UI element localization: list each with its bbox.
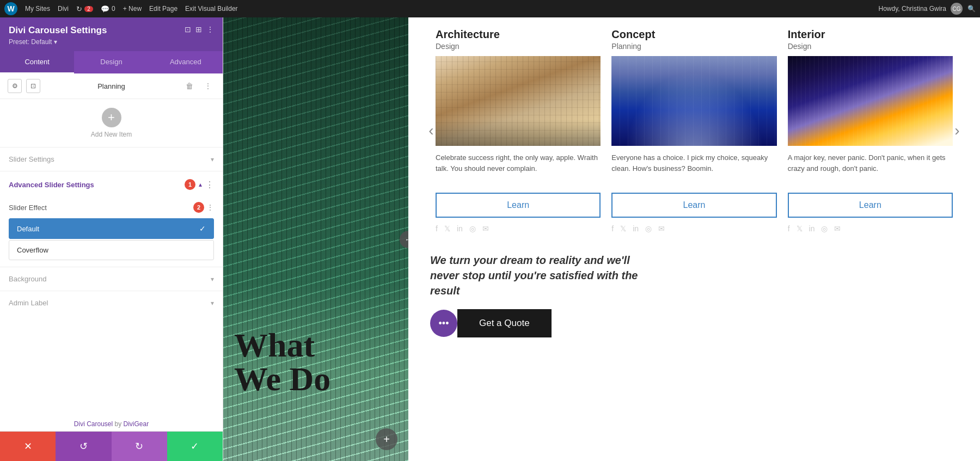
comments-link[interactable]: 💬 0	[101, 5, 115, 13]
panel-title: Divi Carousel Settings	[9, 25, 107, 36]
edit-page-link[interactable]: Edit Page	[149, 5, 177, 13]
divi-carousel-link[interactable]: Divi Carousel	[74, 420, 113, 428]
panel-more-icon[interactable]: ⋮	[206, 25, 214, 34]
slider-settings-section[interactable]: Slider Settings ▾	[0, 147, 223, 171]
option-default-label: Default	[17, 225, 39, 233]
add-section-button[interactable]: +	[376, 428, 397, 450]
email-icon[interactable]: ✉	[482, 224, 489, 233]
carousel-prev-button[interactable]: ‹	[419, 122, 443, 139]
panel-bottom-buttons: ✕ ↺ ↻ ✓	[0, 431, 223, 461]
concept-email-icon[interactable]: ✉	[658, 224, 665, 233]
delete-icon-btn[interactable]: 🗑	[182, 79, 197, 93]
panel-credit: Divi Carousel by DiviGear	[0, 417, 223, 431]
more-icon-btn[interactable]: ⋮	[201, 79, 215, 93]
concept-instagram-icon[interactable]: ◎	[645, 224, 652, 233]
card-interior-image	[788, 56, 953, 146]
wordpress-icon[interactable]: W	[4, 2, 17, 15]
card-interior-social: f 𝕏 in ◎ ✉	[788, 224, 953, 233]
card-architecture-image	[436, 56, 601, 146]
panel-columns-icon[interactable]: ⊞	[195, 25, 202, 34]
redo-button[interactable]: ↻	[112, 432, 167, 461]
facebook-icon[interactable]: f	[436, 224, 438, 233]
settings-icon-btn[interactable]: ⚙	[8, 79, 22, 93]
concept-facebook-icon[interactable]: f	[611, 224, 614, 233]
hero-section: What We Do + ↔	[223, 17, 408, 461]
duplicate-icon-btn[interactable]: ⊡	[26, 79, 40, 93]
card-architecture-social: f 𝕏 in ◎ ✉	[436, 224, 601, 233]
card-interior-learn-btn[interactable]: Learn	[788, 193, 953, 218]
option-default-check: ✓	[199, 224, 206, 233]
tab-design[interactable]: Design	[74, 51, 148, 73]
admin-label-text: Admin Label	[9, 299, 211, 307]
option-default[interactable]: Default ✓	[9, 218, 214, 239]
card-architecture-title: Architecture	[436, 28, 601, 41]
save-button[interactable]: ✓	[167, 432, 223, 461]
concept-linkedin-icon[interactable]: in	[633, 224, 639, 233]
card-architecture-learn-btn[interactable]: Learn	[436, 193, 601, 218]
divi-link[interactable]: Divi	[58, 5, 69, 13]
card-concept-learn-btn[interactable]: Learn	[611, 193, 776, 218]
add-circle-icon: +	[102, 108, 121, 127]
new-link[interactable]: + New	[123, 5, 142, 13]
concept-twitter-icon[interactable]: 𝕏	[620, 224, 626, 233]
card-interior: Interior Design A major key, never panic…	[788, 28, 953, 233]
panel-header: Divi Carousel Settings Preset: Default ▾…	[0, 17, 223, 51]
cancel-button[interactable]: ✕	[0, 432, 56, 461]
admin-label-chevron: ▾	[211, 299, 214, 307]
interior-facebook-icon[interactable]: f	[788, 224, 790, 233]
slider-effect-dots[interactable]: ⋮	[206, 203, 214, 212]
hero-title: What We Do	[234, 328, 330, 396]
panel-header-icons: ⊡ ⊞ ⋮	[185, 25, 214, 34]
option-coverflow-label: Coverflow	[17, 246, 48, 254]
card-concept-body: Everyone has a choice. I pick my choice,…	[611, 152, 776, 185]
card-interior-subtitle: Design	[788, 42, 953, 51]
panel-preset[interactable]: Preset: Default ▾	[9, 38, 107, 46]
howdy-text: Howdy, Christina Gwira	[879, 5, 946, 13]
advanced-slider-label: Advanced Slider Settings	[9, 181, 185, 189]
undo-button[interactable]: ↺	[56, 432, 111, 461]
admin-label-section[interactable]: Admin Label ▾	[0, 291, 223, 315]
user-avatar[interactable]: CG	[951, 3, 963, 15]
interior-instagram-icon[interactable]: ◎	[821, 224, 828, 233]
interior-linkedin-icon[interactable]: in	[809, 224, 815, 233]
cards-container: Architecture Design Celebrate success ri…	[436, 28, 953, 233]
slider-effect-label: Slider Effect	[9, 204, 193, 212]
divigear-link[interactable]: DiviGear	[124, 420, 149, 428]
background-section[interactable]: Background ▾	[0, 267, 223, 291]
cta-dots-button[interactable]: •••	[430, 310, 457, 337]
card-interior-body: A major key, never panic. Don't panic, w…	[788, 152, 953, 185]
linkedin-icon[interactable]: in	[457, 224, 463, 233]
panel-resize-icon[interactable]: ⊡	[185, 25, 191, 34]
slider-settings-chevron: ▾	[211, 156, 214, 163]
my-sites-link[interactable]: My Sites	[25, 5, 50, 13]
interior-email-icon[interactable]: ✉	[834, 224, 841, 233]
slider-effect-badge: 2	[193, 202, 204, 213]
tab-content[interactable]: Content	[0, 51, 74, 73]
update-count: 2	[84, 6, 93, 12]
instagram-icon[interactable]: ◎	[469, 224, 476, 233]
carousel-row: ‹ Architecture Design Celebrate success …	[425, 28, 964, 233]
tab-advanced[interactable]: Advanced	[149, 51, 223, 73]
search-icon[interactable]: 🔍	[967, 4, 976, 13]
page-content: What We Do + ↔ ‹ Architecture Design	[223, 17, 980, 461]
cta-row: ••• Get a Quote	[430, 309, 964, 337]
get-a-quote-button[interactable]: Get a Quote	[457, 309, 552, 337]
planning-row: ⚙ ⊡ Planning 🗑 ⋮	[0, 73, 223, 99]
advanced-slider-dots[interactable]: ⋮	[205, 180, 214, 190]
update-icon[interactable]: ↻ 2	[76, 5, 93, 13]
add-new-item-btn[interactable]: + Add New Item	[0, 99, 223, 147]
twitter-icon[interactable]: 𝕏	[444, 224, 450, 233]
bottom-tagline: We turn your dream to reality and we'll …	[430, 253, 648, 298]
advanced-slider-chevron: ▴	[199, 181, 202, 188]
background-chevron: ▾	[211, 275, 214, 283]
background-label: Background	[9, 275, 211, 283]
advanced-slider-settings-section[interactable]: Advanced Slider Settings 1 ▴ ⋮	[0, 171, 223, 198]
option-coverflow[interactable]: Coverflow	[9, 240, 214, 260]
carousel-next-button[interactable]: ›	[945, 122, 969, 139]
page-content-area: What We Do + ↔ ‹ Architecture Design	[223, 17, 980, 461]
exit-visual-builder-link[interactable]: Exit Visual Builder	[185, 5, 238, 13]
card-concept-image	[611, 56, 776, 146]
interior-twitter-icon[interactable]: 𝕏	[797, 224, 803, 233]
card-architecture: Architecture Design Celebrate success ri…	[436, 28, 601, 233]
slider-effect-row: Slider Effect 2 ⋮	[0, 198, 223, 215]
